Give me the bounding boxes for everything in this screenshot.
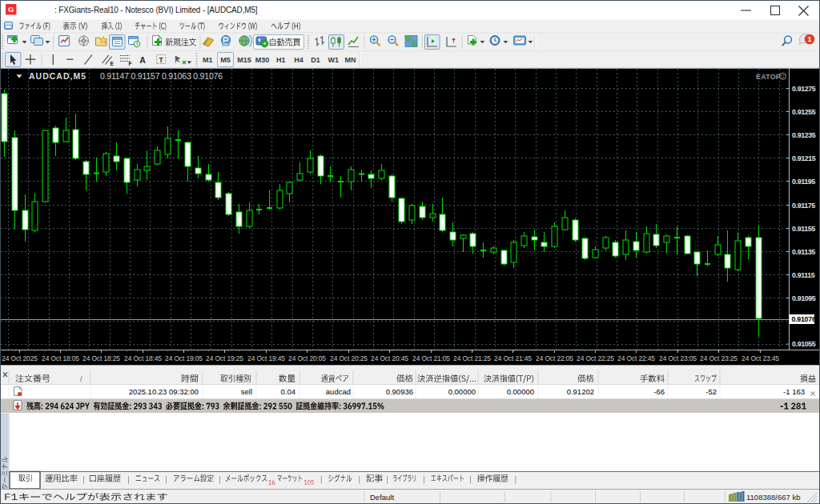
svg-text:H4: H4 xyxy=(294,56,303,64)
svg-text:24 Oct 22:45: 24 Oct 22:45 xyxy=(617,354,655,362)
svg-text:24 Oct 23:25: 24 Oct 23:25 xyxy=(700,354,738,362)
svg-text:-52: -52 xyxy=(705,387,717,396)
svg-text:0.91175: 0.91175 xyxy=(792,202,815,210)
svg-text:0.91202: 0.91202 xyxy=(567,387,594,396)
svg-text:D1: D1 xyxy=(311,56,320,64)
svg-text:0.91135: 0.91135 xyxy=(792,248,815,256)
svg-text:24 Oct 21:25: 24 Oct 21:25 xyxy=(453,354,491,362)
svg-text:24 Oct 20:45: 24 Oct 20:45 xyxy=(371,354,408,362)
svg-text:1: 1 xyxy=(807,35,811,43)
svg-text:24 Oct 19:05: 24 Oct 19:05 xyxy=(165,354,203,362)
svg-text:A: A xyxy=(139,55,146,65)
svg-text:24 Oct 21:05: 24 Oct 21:05 xyxy=(412,354,450,362)
svg-text:0.91115: 0.91115 xyxy=(792,271,815,279)
svg-text:0.04: 0.04 xyxy=(281,387,296,396)
svg-text:24 Oct 23:45: 24 Oct 23:45 xyxy=(742,354,779,362)
svg-text:MN: MN xyxy=(344,56,356,64)
svg-text:M5: M5 xyxy=(220,56,231,64)
svg-text:M1: M1 xyxy=(203,56,213,64)
svg-text:24 Oct 18:25: 24 Oct 18:25 xyxy=(82,354,120,362)
svg-text:0.91275: 0.91275 xyxy=(792,85,816,93)
svg-text:M30: M30 xyxy=(255,56,270,64)
svg-text:24 Oct 23:05: 24 Oct 23:05 xyxy=(659,354,697,362)
svg-text:0.91076: 0.91076 xyxy=(792,315,816,323)
svg-text:2025.10.23 09:32:00: 2025.10.23 09:32:00 xyxy=(129,387,199,396)
svg-text:E: E xyxy=(111,61,115,66)
svg-text:24 Oct 19:45: 24 Oct 19:45 xyxy=(247,354,285,362)
svg-text:: FXGiants-Real10 - Notesco (B: : FXGiants-Real10 - Notesco (BVI) Limite… xyxy=(54,6,258,14)
svg-text:0.91255: 0.91255 xyxy=(792,108,816,116)
svg-text:0.91055: 0.91055 xyxy=(792,340,816,348)
svg-text:24 Oct 2025: 24 Oct 2025 xyxy=(2,354,38,362)
svg-text:24 Oct 19:25: 24 Oct 19:25 xyxy=(206,354,243,362)
svg-text:0.90936: 0.90936 xyxy=(386,387,413,396)
svg-text:0.00000: 0.00000 xyxy=(507,387,534,396)
svg-text:-66: -66 xyxy=(653,387,665,396)
svg-text:audcad: audcad xyxy=(326,387,351,396)
svg-text:24 Oct 18:45: 24 Oct 18:45 xyxy=(124,354,162,362)
svg-text:T: T xyxy=(159,56,164,64)
svg-text:F: F xyxy=(129,61,132,66)
svg-text:0.91215: 0.91215 xyxy=(792,154,816,162)
svg-text:M15: M15 xyxy=(237,56,251,64)
svg-text:W1: W1 xyxy=(328,56,340,64)
svg-text:24 Oct 22:25: 24 Oct 22:25 xyxy=(577,354,614,362)
svg-text:H1: H1 xyxy=(276,56,286,64)
svg-text:24 Oct 21:45: 24 Oct 21:45 xyxy=(494,354,532,362)
svg-text:sell: sell xyxy=(241,387,252,396)
svg-text:24 Oct 20:05: 24 Oct 20:05 xyxy=(288,354,326,362)
svg-text:24 Oct 20:25: 24 Oct 20:25 xyxy=(330,354,368,362)
svg-text:1108388/667 kb: 1108388/667 kb xyxy=(746,493,800,502)
svg-text:-1 163: -1 163 xyxy=(783,387,805,396)
svg-text:0.91155: 0.91155 xyxy=(792,225,815,233)
svg-text:0.91195: 0.91195 xyxy=(792,178,815,186)
svg-text:0.00000: 0.00000 xyxy=(448,387,476,396)
svg-text:0.91235: 0.91235 xyxy=(792,131,816,139)
svg-text:24 Oct 22:05: 24 Oct 22:05 xyxy=(536,354,573,362)
svg-text:0.91095: 0.91095 xyxy=(792,294,816,302)
svg-text:G: G xyxy=(8,5,14,14)
svg-text:EATOP: EATOP xyxy=(756,73,781,81)
svg-text:0.91147 0.91157 0.91063 0.9107: 0.91147 0.91157 0.91063 0.91076 xyxy=(100,71,223,81)
svg-text:24 Oct 18:05: 24 Oct 18:05 xyxy=(42,354,79,362)
svg-text:AUDCAD,M5: AUDCAD,M5 xyxy=(29,71,86,81)
svg-text:Default: Default xyxy=(370,493,394,502)
